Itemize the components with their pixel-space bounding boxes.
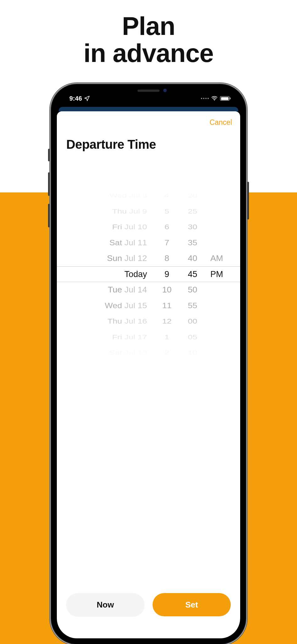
headline-line-2: in advance (0, 40, 297, 67)
minute-option[interactable]: 10 (178, 347, 207, 358)
date-option[interactable]: Sat Jul 18 (57, 347, 156, 358)
phone-frame: 9:46 Cancel (51, 84, 246, 644)
date-option[interactable]: Wed Jul 15 (57, 299, 156, 313)
datetime-picker[interactable]: Tue Jul 7Wed Jul 8Thu Jul 9Fri Jul 10Sat… (57, 189, 240, 359)
phone-volume-down (48, 204, 50, 227)
wifi-icon (211, 95, 218, 102)
date-option[interactable]: Fri Jul 10 (57, 221, 156, 234)
hour-option[interactable]: 11 (156, 299, 178, 313)
hour-option[interactable]: 6 (156, 221, 178, 234)
hour-option[interactable]: 1 (156, 331, 178, 343)
minute-option[interactable]: 05 (178, 331, 207, 343)
hour-wheel[interactable]: 3456789101112123 (156, 189, 178, 359)
hour-option[interactable]: 2 (156, 347, 178, 358)
minute-wheel[interactable]: 15202530354045505500051015 (178, 189, 207, 359)
hour-option[interactable]: 10 (156, 283, 178, 297)
hour-option[interactable]: 9 (156, 266, 178, 282)
battery-icon (220, 96, 230, 101)
phone-mute-switch (48, 149, 50, 161)
phone-volume-up (48, 172, 50, 196)
minute-option[interactable]: 55 (178, 299, 207, 313)
svg-point-0 (214, 100, 215, 101)
hour-option[interactable]: 7 (156, 236, 178, 250)
minute-option[interactable]: 50 (178, 283, 207, 297)
cellular-dots-icon (201, 98, 209, 99)
action-buttons: Now Set (66, 593, 231, 616)
phone-power-button (247, 182, 249, 219)
minute-option[interactable]: 00 (178, 315, 207, 328)
hour-option[interactable]: 8 (156, 251, 178, 266)
minute-option[interactable]: 30 (178, 221, 207, 234)
phone-speaker (138, 90, 159, 92)
hour-option[interactable]: 4 (156, 190, 178, 201)
headline-line-1: Plan (0, 13, 297, 40)
phone-camera (163, 89, 167, 92)
date-option[interactable]: Sun Jul 12 (57, 251, 156, 266)
minute-option[interactable]: 45 (178, 266, 207, 282)
cancel-button[interactable]: Cancel (209, 118, 232, 127)
minute-option[interactable]: 25 (178, 205, 207, 217)
date-wheel[interactable]: Tue Jul 7Wed Jul 8Thu Jul 9Fri Jul 10Sat… (57, 189, 156, 359)
phone-notch (105, 84, 192, 97)
now-button[interactable]: Now (66, 593, 144, 616)
departure-time-sheet: Cancel Departure Time Tue Jul 7Wed Jul 8… (57, 111, 240, 638)
location-icon (84, 95, 90, 102)
promo-headline: Plan in advance (0, 13, 297, 67)
ampm-option[interactable]: PM (207, 266, 240, 282)
ampm-option[interactable]: AM (207, 251, 240, 266)
minute-option[interactable]: 20 (178, 190, 207, 201)
sheet-title: Departure Time (57, 127, 240, 152)
date-option[interactable]: Tue Jul 14 (57, 283, 156, 297)
set-button[interactable]: Set (153, 593, 231, 616)
status-time: 9:46 (69, 95, 82, 102)
date-option[interactable]: Fri Jul 17 (57, 331, 156, 343)
minute-option[interactable]: 40 (178, 251, 207, 266)
date-option[interactable]: Sat Jul 11 (57, 236, 156, 250)
date-option[interactable]: Thu Jul 16 (57, 315, 156, 328)
date-option[interactable]: Wed Jul 8 (57, 190, 156, 201)
date-option[interactable]: Thu Jul 9 (57, 205, 156, 217)
phone-screen: 9:46 Cancel (57, 90, 240, 638)
hour-option[interactable]: 5 (156, 205, 178, 217)
hour-option[interactable]: 12 (156, 315, 178, 328)
date-option[interactable]: Today (57, 266, 156, 282)
ampm-wheel[interactable]: AMPM (207, 189, 240, 359)
underlying-navbar (59, 107, 238, 111)
minute-option[interactable]: 35 (178, 236, 207, 250)
